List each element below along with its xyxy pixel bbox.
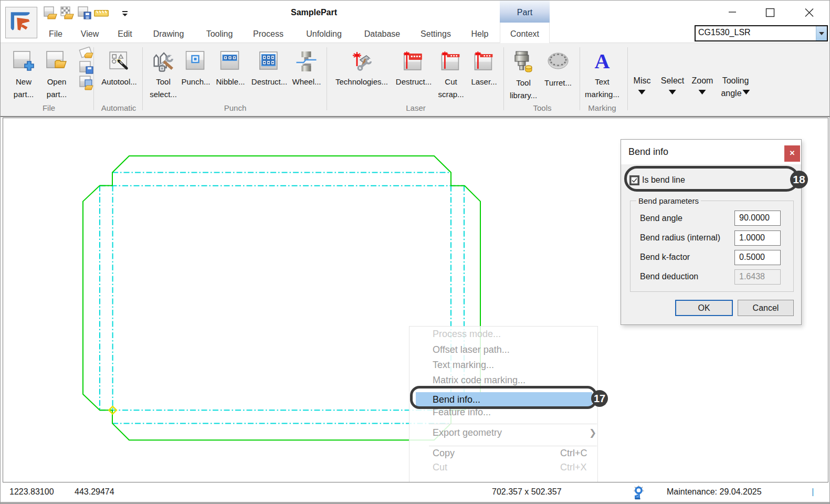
svg-text:A: A (595, 51, 610, 72)
